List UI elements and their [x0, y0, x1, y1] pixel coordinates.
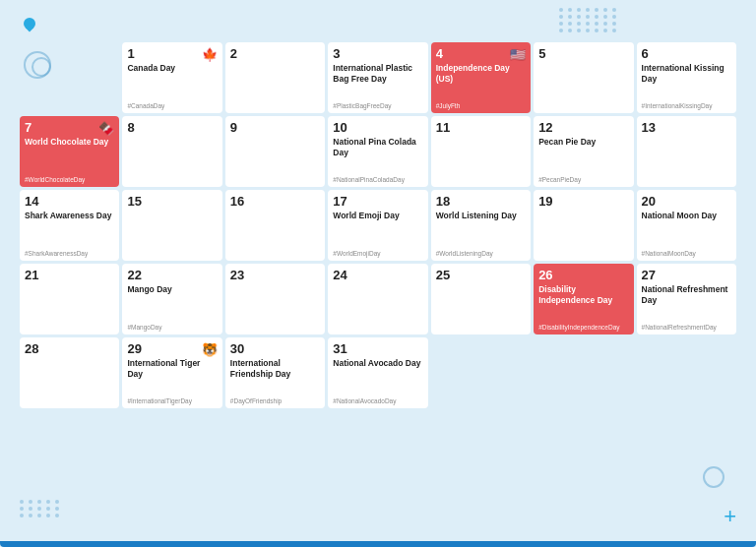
day-title: Independence Day (US): [436, 63, 526, 99]
day-cell-26: 26Disability Independence Day#Disability…: [534, 264, 633, 334]
header: [20, 16, 736, 36]
day-hashtag: #NationalPinaColadaDay: [333, 176, 422, 183]
day-number: 9: [230, 121, 320, 134]
day-cell-1: 1🍁Canada Day#CanadaDay: [122, 42, 221, 113]
day-cell-11: 11: [431, 116, 531, 187]
empty-cell: [637, 337, 736, 408]
empty-cell: [431, 337, 531, 408]
day-number: 6: [642, 47, 731, 60]
bottom-bar: [0, 541, 756, 547]
day-cell-6: 6International Kissing Day#International…: [637, 42, 736, 113]
day-hashtag: #NationalMoonDay: [642, 250, 731, 257]
day-cell-19: 19: [534, 190, 633, 261]
day-hashtag: #NationalAvocadoDay: [333, 397, 422, 404]
day-hashtag: #InternationalKissingDay: [642, 102, 731, 109]
day-title: National Refreshment Day: [642, 284, 731, 321]
day-number: 16: [230, 195, 320, 208]
day-title: Shark Awareness Day: [25, 211, 114, 247]
day-title: International Tiger Day: [127, 358, 217, 395]
day-cell-13: 13: [637, 116, 736, 187]
day-title: National Pina Colada Day: [333, 137, 422, 173]
day-number: 8: [127, 121, 217, 134]
circle-decor-3: [703, 466, 724, 488]
day-number: 22: [127, 269, 217, 281]
day-title: International Friendship Day: [230, 358, 320, 395]
day-number: 19: [538, 195, 628, 208]
day-number: 5: [538, 47, 628, 60]
day-icon: 🍁: [202, 47, 218, 62]
day-number: 21: [25, 269, 114, 281]
day-number: 24: [333, 269, 422, 281]
day-number: 12: [538, 121, 628, 134]
day-number: 31: [333, 342, 422, 355]
day-title: International Kissing Day: [642, 63, 731, 99]
day-cell-14: 14Shark Awareness Day#SharkAwarenessDay: [20, 190, 119, 261]
day-cell-15: 15: [122, 190, 221, 261]
day-number: 26: [538, 269, 628, 281]
day-number: 10: [333, 121, 422, 134]
day-hashtag: #CanadaDay: [127, 102, 217, 109]
day-number: 11: [436, 121, 526, 134]
day-cell-27: 27National Refreshment Day#NationalRefre…: [637, 264, 736, 334]
day-cell-8: 8: [122, 116, 221, 187]
day-title: World Listening Day: [436, 211, 526, 247]
day-title: Disability Independence Day: [538, 284, 628, 321]
day-number: 23: [230, 269, 320, 281]
day-number: 13: [642, 121, 731, 134]
day-icon: 🐯: [202, 342, 218, 357]
plus-icon: +: [724, 504, 736, 529]
logo-icon: [22, 16, 38, 32]
day-hashtag: #PecanPieDay: [538, 176, 628, 183]
day-hashtag: #JulyFth: [436, 102, 526, 109]
day-cell-2: 2: [225, 42, 325, 113]
empty-cell: [534, 337, 633, 408]
day-cell-30: 30International Friendship Day#DayOfFrie…: [225, 337, 325, 408]
page-wrapper: + 1🍁Canada Day#CanadaDay23: [0, 0, 756, 547]
day-hashtag: #SharkAwarenessDay: [25, 250, 114, 257]
day-cell-9: 9: [225, 116, 325, 187]
day-title: Pecan Pie Day: [538, 137, 628, 173]
day-hashtag: #PlasticBagFreeDay: [333, 102, 422, 109]
day-cell-29: 29🐯International Tiger Day#International…: [122, 337, 221, 408]
day-cell-4: 4🇺🇸Independence Day (US)#JulyFth: [431, 42, 531, 113]
header-left: [20, 16, 37, 30]
day-hashtag: #WorldListeningDay: [436, 250, 526, 257]
day-hashtag: #DayOfFriendship: [230, 397, 320, 404]
day-cell-12: 12Pecan Pie Day#PecanPieDay: [534, 116, 633, 187]
day-cell-20: 20National Moon Day#NationalMoonDay: [637, 190, 736, 261]
day-hashtag: #InternationalTigerDay: [127, 397, 217, 404]
day-icon: 🇺🇸: [510, 47, 526, 62]
day-title: National Moon Day: [642, 211, 731, 247]
day-cell-7: 7🍫World Chocolate Day#WorldChocolateDay: [20, 116, 119, 187]
day-title: International Plastic Bag Free Day: [333, 63, 422, 99]
day-cell-22: 22Mango Day#MangoDay: [122, 264, 221, 334]
empty-cell: [20, 42, 119, 113]
day-number: 25: [436, 269, 526, 281]
day-title: Canada Day: [127, 63, 217, 99]
day-number: 15: [127, 195, 217, 208]
day-number: 17: [333, 195, 422, 208]
decorative-dots-bottom: [20, 500, 61, 517]
day-number: 14: [25, 195, 114, 208]
day-cell-23: 23: [225, 264, 325, 334]
day-hashtag: #NationalRefreshmentDay: [642, 324, 731, 331]
day-cell-25: 25: [431, 264, 531, 334]
day-title: National Avocado Day: [333, 358, 422, 395]
day-cell-5: 5: [534, 42, 633, 113]
day-number: 18: [436, 195, 526, 208]
day-cell-21: 21: [20, 264, 119, 334]
day-number: 27: [642, 269, 731, 281]
day-title: World Chocolate Day: [25, 137, 114, 173]
day-icon: 🍫: [98, 121, 114, 136]
day-hashtag: #WorldChocolateDay: [25, 176, 114, 183]
day-number: 20: [642, 195, 731, 208]
brand-logo: [24, 18, 37, 30]
day-cell-10: 10National Pina Colada Day#NationalPinaC…: [328, 116, 427, 187]
day-cell-17: 17World Emoji Day#WorldEmojiDay: [328, 190, 427, 261]
day-hashtag: #DisabilityIndependenceDay: [538, 324, 628, 331]
calendar-grid: 1🍁Canada Day#CanadaDay23International Pl…: [20, 42, 736, 408]
day-title: Mango Day: [127, 284, 217, 321]
day-number: 3: [333, 47, 422, 60]
day-cell-18: 18World Listening Day#WorldListeningDay: [431, 190, 531, 261]
day-cell-3: 3International Plastic Bag Free Day#Plas…: [328, 42, 427, 113]
